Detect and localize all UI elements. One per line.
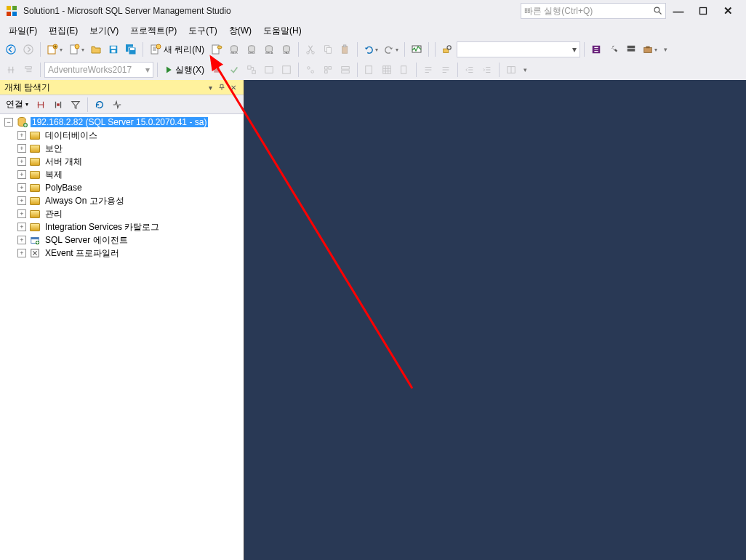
toolbox-dropdown[interactable]: ▾ — [641, 41, 659, 57]
pin-icon[interactable] — [216, 81, 228, 93]
mdx-query-button[interactable]: MDX — [226, 41, 242, 57]
database-engine-query-button[interactable] — [209, 41, 225, 57]
properties-button[interactable] — [606, 41, 622, 57]
increase-indent-button[interactable] — [479, 62, 495, 78]
tree-expander-icon[interactable]: + — [17, 183, 26, 192]
tree-expander-icon[interactable]: − — [4, 118, 13, 127]
tree-expander-icon[interactable]: + — [17, 157, 26, 166]
svg-point-55 — [311, 71, 314, 73]
dmx-query-button[interactable]: DMX — [244, 41, 260, 57]
close-button[interactable]: ✕ — [715, 1, 740, 20]
disconnect-button[interactable] — [33, 97, 49, 113]
dax-query-button[interactable]: DAX — [278, 41, 294, 57]
uncomment-button[interactable] — [438, 62, 454, 78]
quick-launch-search[interactable]: 빠른 실행(Ctrl+Q) — [521, 3, 666, 19]
tree-server-node[interactable]: − 192.168.2.82 (SQL Server 15.0.2070.41 … — [0, 116, 244, 129]
undo-dropdown[interactable]: ▾ — [361, 41, 380, 57]
save-button[interactable] — [105, 41, 121, 57]
tree-expander-icon[interactable]: + — [17, 144, 26, 153]
svg-rect-19 — [130, 48, 135, 50]
paste-button[interactable] — [337, 41, 353, 57]
specify-values-button[interactable] — [503, 62, 519, 78]
svg-rect-39 — [342, 47, 348, 54]
svg-point-43 — [447, 46, 451, 49]
refresh-button[interactable] — [92, 97, 108, 113]
cut-button[interactable] — [302, 41, 318, 57]
filter-button[interactable] — [68, 97, 84, 113]
live-query-stats-button[interactable] — [320, 62, 336, 78]
svg-point-26 — [217, 46, 222, 49]
activity-monitor-button[interactable] — [409, 41, 425, 57]
panel-close-icon[interactable]: ✕ — [228, 81, 239, 93]
display-plan-button[interactable] — [244, 62, 260, 78]
comment-button[interactable] — [420, 62, 436, 78]
tree-expander-icon[interactable]: + — [17, 131, 26, 140]
tree-expander-icon[interactable]: + — [17, 236, 26, 244]
find-button[interactable] — [439, 41, 455, 57]
minimize-button[interactable]: — — [666, 1, 691, 20]
tree-expander-icon[interactable]: + — [17, 196, 26, 205]
document-area — [244, 80, 746, 560]
tree-node-replication[interactable]: +복제 — [0, 168, 244, 181]
new-query-button[interactable]: 새 쿼리(N) — [147, 41, 207, 57]
toolbar-separator — [404, 42, 405, 57]
tree-node-databases[interactable]: +데이터베이스 — [0, 129, 244, 142]
new-item-dropdown[interactable]: ▾ — [66, 41, 87, 57]
decrease-indent-button[interactable] — [462, 62, 478, 78]
connect-dropdown[interactable]: 연결▾ — [3, 97, 31, 113]
xmla-query-button[interactable]: XMLA — [261, 41, 277, 57]
maximize-button[interactable] — [691, 1, 715, 20]
parse-button[interactable] — [226, 62, 242, 78]
toolbar-overflow[interactable]: ▾ — [664, 46, 667, 53]
nav-back-button[interactable] — [3, 41, 19, 57]
menu-window[interactable]: 창(W) — [223, 23, 257, 39]
tree-expander-icon[interactable]: + — [17, 223, 26, 231]
execute-button[interactable]: 실행(X) — [161, 62, 207, 78]
client-stats-button[interactable] — [337, 62, 353, 78]
include-actual-plan-button[interactable] — [302, 62, 318, 78]
menu-file[interactable]: 파일(F) — [3, 23, 43, 39]
svg-rect-65 — [57, 103, 60, 106]
menu-project[interactable]: 프로젝트(P) — [124, 23, 183, 39]
svg-point-36 — [312, 52, 315, 55]
panel-dropdown-icon[interactable]: ▾ — [204, 81, 216, 93]
tree-node-server-objects[interactable]: +서버 개체 — [0, 155, 244, 168]
tree-node-xevent[interactable]: +XEvent 프로파일러 — [0, 247, 244, 260]
nav-forward-button[interactable] — [20, 41, 36, 57]
find-combo[interactable]: ▾ — [457, 41, 580, 57]
results-to-file-button[interactable] — [396, 62, 412, 78]
menu-edit[interactable]: 편집(E) — [43, 23, 84, 39]
open-file-button[interactable] — [88, 41, 104, 57]
activity-icon[interactable] — [109, 97, 125, 113]
new-project-dropdown[interactable]: ✱▾ — [44, 41, 65, 57]
menu-view[interactable]: 보기(V) — [84, 23, 124, 39]
tree-expander-icon[interactable]: + — [17, 209, 26, 218]
registered-servers-button[interactable] — [623, 41, 639, 57]
tree-node-polybase[interactable]: +PolyBase — [0, 181, 244, 194]
menu-help[interactable]: 도움말(H) — [257, 23, 308, 39]
extensions-button[interactable] — [588, 41, 604, 57]
tree-expander-icon[interactable]: + — [17, 170, 26, 179]
database-combo[interactable]: AdventureWorks2017▾ — [44, 62, 153, 78]
svg-point-54 — [308, 67, 310, 70]
menu-tools[interactable]: 도구(T) — [183, 23, 222, 39]
tree-node-security[interactable]: +보안 — [0, 142, 244, 155]
copy-button[interactable] — [320, 41, 336, 57]
query-options-button[interactable] — [261, 62, 277, 78]
tree-node-integration-services[interactable]: +Integration Services 카탈로그 — [0, 220, 244, 233]
change-connection-button[interactable] — [3, 62, 19, 78]
results-to-grid-button[interactable] — [379, 62, 395, 78]
toolbar-overflow[interactable]: ▾ — [524, 66, 527, 73]
tree-node-management[interactable]: +관리 — [0, 207, 244, 220]
redo-dropdown[interactable]: ▾ — [382, 41, 401, 57]
stop-button[interactable] — [50, 97, 66, 113]
available-databases-button[interactable] — [20, 62, 36, 78]
tree-node-alwayson[interactable]: +Always On 고가용성 — [0, 194, 244, 207]
object-explorer-tree[interactable]: − 192.168.2.82 (SQL Server 15.0.2070.41 … — [0, 114, 244, 560]
tree-node-sql-agent[interactable]: +SQL Server 에이전트 — [0, 233, 244, 247]
save-all-button[interactable] — [123, 41, 139, 57]
results-to-text-button[interactable] — [361, 62, 377, 78]
intellisense-button[interactable] — [278, 62, 294, 78]
tree-expander-icon[interactable]: + — [17, 249, 26, 257]
cancel-query-button[interactable] — [209, 62, 225, 78]
